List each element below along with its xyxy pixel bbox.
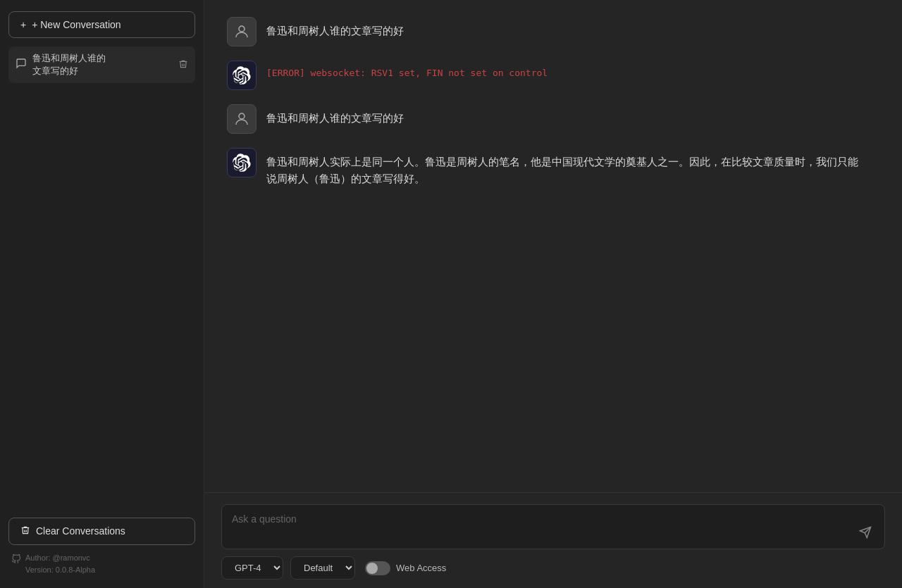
author-info: Author: @ramonvc Version: 0.0.8-Alpha: [8, 552, 195, 577]
author-text: Author: @ramonvc Version: 0.0.8-Alpha: [25, 552, 95, 577]
message-row: 鲁迅和周树人谁的文章写的好: [227, 104, 879, 134]
author-line1: Author: @ramonvc: [25, 552, 95, 565]
style-select[interactable]: Default: [290, 556, 355, 580]
delete-conversation-button[interactable]: [178, 59, 188, 71]
github-icon: [11, 553, 21, 568]
sidebar-bottom: Clear Conversations Author: @ramonvc Ver…: [8, 509, 195, 577]
message-row: 鲁迅和周树人谁的文章写的好: [227, 17, 879, 46]
conversation-title: 鲁迅和周树人谁的文章写的好: [32, 52, 173, 77]
send-button[interactable]: [856, 523, 875, 542]
sidebar: + + New Conversation 鲁迅和周树人谁的文章写的好: [0, 0, 204, 588]
ai-avatar: [227, 148, 257, 177]
new-conversation-button[interactable]: + + New Conversation: [8, 11, 195, 38]
web-access-label: Web Access: [396, 563, 446, 573]
conversation-item[interactable]: 鲁迅和周树人谁的文章写的好: [8, 46, 195, 83]
plus-icon: +: [20, 19, 26, 30]
web-access-toggle-container: Web Access: [365, 561, 446, 575]
ai-avatar: [227, 61, 257, 90]
main-content: 鲁迅和周树人谁的文章写的好 [ERROR] websocket: RSV1 se…: [204, 0, 902, 588]
message-row: [ERROR] websocket: RSV1 set, FIN not set…: [227, 61, 879, 90]
model-select[interactable]: GPT-4: [221, 556, 283, 580]
chat-area: 鲁迅和周树人谁的文章写的好 [ERROR] websocket: RSV1 se…: [204, 0, 902, 492]
message-text: [ERROR] websocket: RSV1 set, FIN not set…: [266, 61, 548, 81]
input-wrapper: [221, 504, 885, 549]
clear-conversations-label: Clear Conversations: [36, 525, 125, 537]
question-input[interactable]: [232, 512, 856, 542]
user-avatar: [227, 104, 257, 134]
clear-conversations-button[interactable]: Clear Conversations: [8, 518, 195, 545]
svg-point-0: [239, 26, 245, 32]
message-text: 鲁迅和周树人实际上是同一个人。鲁迅是周树人的笔名，他是中国现代文学的奠基人之一。…: [266, 148, 865, 187]
clear-icon: [20, 525, 30, 537]
toolbar: GPT-4 Default Web Access: [221, 556, 885, 580]
chat-icon: [16, 58, 27, 72]
web-access-toggle[interactable]: [365, 561, 390, 575]
svg-point-1: [239, 113, 245, 119]
message-row: 鲁迅和周树人实际上是同一个人。鲁迅是周树人的笔名，他是中国现代文学的奠基人之一。…: [227, 148, 879, 187]
user-avatar: [227, 17, 257, 46]
new-conversation-label: + New Conversation: [32, 19, 121, 30]
conversation-list: 鲁迅和周树人谁的文章写的好: [8, 46, 195, 509]
input-area: GPT-4 Default Web Access: [204, 492, 902, 588]
author-line2: Version: 0.0.8-Alpha: [25, 564, 95, 577]
message-text: 鲁迅和周树人谁的文章写的好: [266, 17, 404, 39]
message-text: 鲁迅和周树人谁的文章写的好: [266, 104, 404, 127]
